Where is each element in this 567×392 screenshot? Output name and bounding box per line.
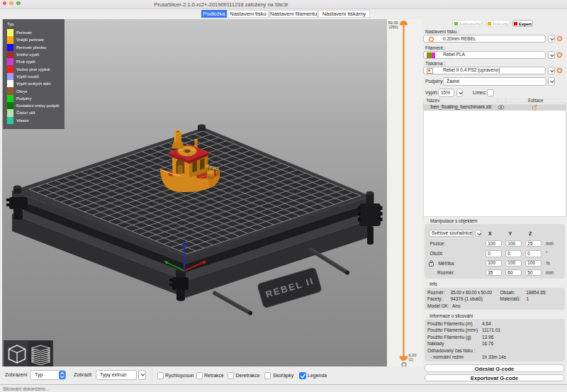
svg-text:0.20: 0.20 — [409, 353, 417, 357]
svg-text:50.00: 50.00 — [388, 21, 398, 25]
svg-text:(1): (1) — [409, 357, 414, 362]
svg-text:(250): (250) — [389, 25, 398, 29]
